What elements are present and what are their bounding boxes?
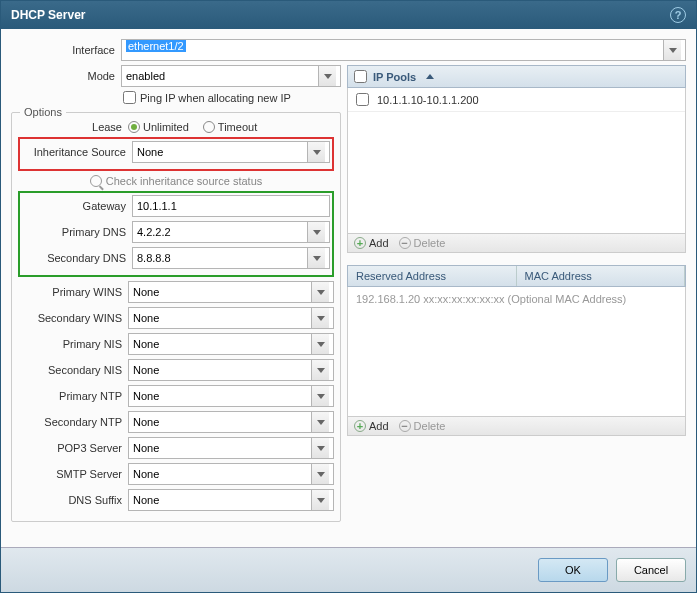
radio-icon	[203, 121, 215, 133]
check-inheritance-link[interactable]: Check inheritance source status	[18, 175, 334, 187]
dialog-title: DHCP Server	[11, 8, 85, 22]
add-icon: +	[354, 237, 366, 249]
gateway-input[interactable]	[132, 195, 330, 217]
chevron-down-icon[interactable]	[307, 222, 325, 242]
secondary-wins-combo[interactable]	[128, 307, 334, 329]
chevron-down-icon[interactable]	[307, 142, 325, 162]
secondary-ntp-combo[interactable]	[128, 411, 334, 433]
chevron-down-icon[interactable]	[318, 66, 336, 86]
ip-pool-row[interactable]: 10.1.1.10-10.1.1.200	[348, 88, 685, 112]
smtp-label: SMTP Server	[18, 468, 128, 480]
reserved-grid-body: 192.168.1.20 xx:xx:xx:xx:xx:xx (Optional…	[347, 287, 686, 417]
primary-ntp-label: Primary NTP	[18, 390, 128, 402]
interface-value: ethernet1/2	[126, 40, 186, 52]
ip-pools-add-button[interactable]: +Add	[354, 237, 389, 249]
primary-nis-combo[interactable]	[128, 333, 334, 355]
ip-pools-list: 10.1.1.10-10.1.1.200	[347, 88, 686, 234]
secondary-ntp-label: Secondary NTP	[18, 416, 128, 428]
ip-pool-checkbox[interactable]	[356, 93, 369, 106]
chevron-down-icon[interactable]	[311, 360, 329, 380]
chevron-down-icon[interactable]	[311, 386, 329, 406]
cancel-button[interactable]: Cancel	[616, 558, 686, 582]
primary-wins-combo[interactable]	[128, 281, 334, 303]
radio-icon	[128, 121, 140, 133]
lease-unlimited-radio[interactable]: Unlimited	[128, 121, 189, 133]
chevron-down-icon[interactable]	[311, 438, 329, 458]
dns-suffix-label: DNS Suffix	[18, 494, 128, 506]
inheritance-value[interactable]	[137, 142, 307, 162]
ip-pool-value: 10.1.1.10-10.1.1.200	[377, 94, 479, 106]
help-icon[interactable]: ?	[670, 7, 686, 23]
inheritance-label: Inheritance Source	[22, 146, 132, 158]
lease-label: Lease	[18, 121, 128, 133]
options-legend: Options	[20, 106, 66, 118]
primary-nis-label: Primary NIS	[18, 338, 128, 350]
ok-button[interactable]: OK	[538, 558, 608, 582]
interface-label: Interface	[11, 44, 121, 56]
mode-label: Mode	[11, 70, 121, 82]
reserved-add-button[interactable]: +Add	[354, 420, 389, 432]
titlebar: DHCP Server ?	[1, 1, 696, 29]
ping-ip-checkbox[interactable]	[123, 91, 136, 104]
chevron-down-icon[interactable]	[311, 490, 329, 510]
sort-asc-icon	[426, 74, 434, 79]
mode-combo[interactable]	[121, 65, 341, 87]
primary-dns-label: Primary DNS	[22, 226, 132, 238]
chevron-down-icon[interactable]	[663, 40, 681, 60]
ip-pools-delete-button[interactable]: −Delete	[399, 237, 446, 249]
reserved-placeholder-row[interactable]: 192.168.1.20 xx:xx:xx:xx:xx:xx (Optional…	[348, 287, 685, 311]
secondary-dns-combo[interactable]	[132, 247, 330, 269]
gateway-label: Gateway	[22, 200, 132, 212]
ping-ip-label: Ping IP when allocating new IP	[140, 92, 291, 104]
reserved-address-col[interactable]: Reserved Address	[348, 266, 517, 286]
lease-timeout-radio[interactable]: Timeout	[203, 121, 257, 133]
mac-address-col[interactable]: MAC Address	[517, 266, 686, 286]
secondary-wins-label: Secondary WINS	[18, 312, 128, 324]
primary-wins-label: Primary WINS	[18, 286, 128, 298]
interface-combo[interactable]: ethernet1/2	[121, 39, 686, 61]
add-icon: +	[354, 420, 366, 432]
reserved-delete-button[interactable]: −Delete	[399, 420, 446, 432]
ip-pools-select-all[interactable]	[354, 70, 367, 83]
delete-icon: −	[399, 420, 411, 432]
reserved-grid-header: Reserved Address MAC Address	[347, 265, 686, 287]
pop3-combo[interactable]	[128, 437, 334, 459]
smtp-combo[interactable]	[128, 463, 334, 485]
chevron-down-icon[interactable]	[311, 282, 329, 302]
secondary-dns-label: Secondary DNS	[22, 252, 132, 264]
chevron-down-icon[interactable]	[311, 334, 329, 354]
chevron-down-icon[interactable]	[311, 464, 329, 484]
primary-dns-value[interactable]	[137, 222, 307, 242]
secondary-dns-value[interactable]	[137, 248, 307, 268]
secondary-nis-label: Secondary NIS	[18, 364, 128, 376]
chevron-down-icon[interactable]	[311, 412, 329, 432]
secondary-nis-combo[interactable]	[128, 359, 334, 381]
chevron-down-icon[interactable]	[311, 308, 329, 328]
chevron-down-icon[interactable]	[307, 248, 325, 268]
primary-dns-combo[interactable]	[132, 221, 330, 243]
search-icon	[90, 175, 102, 187]
pop3-label: POP3 Server	[18, 442, 128, 454]
ip-pools-header[interactable]: IP Pools	[347, 65, 686, 88]
delete-icon: −	[399, 237, 411, 249]
dns-suffix-combo[interactable]	[128, 489, 334, 511]
mode-value[interactable]	[126, 66, 318, 86]
options-fieldset: Options Lease Unlimited Timeout Inherita…	[11, 112, 341, 522]
inheritance-combo[interactable]	[132, 141, 330, 163]
primary-ntp-combo[interactable]	[128, 385, 334, 407]
